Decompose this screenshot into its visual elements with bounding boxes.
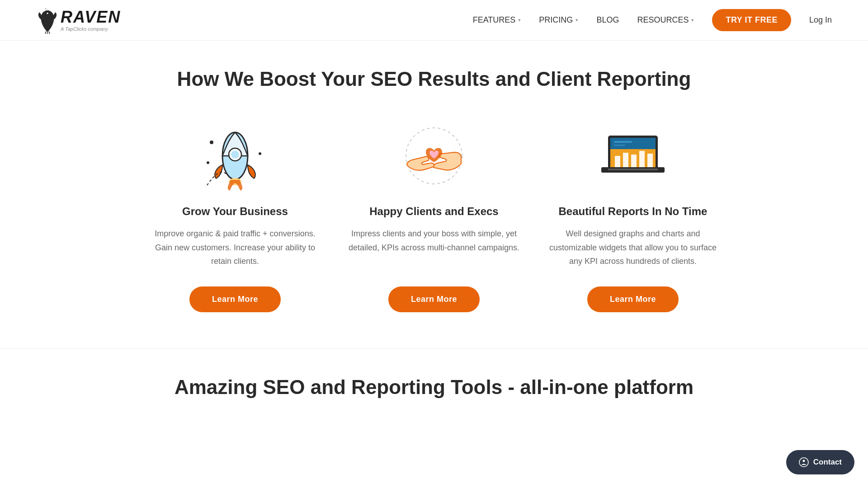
- learn-more-reports-button[interactable]: Learn More: [587, 286, 679, 312]
- pricing-chevron-icon: ▾: [576, 17, 578, 23]
- card-reports-desc: Well designed graphs and charts and cust…: [547, 227, 719, 268]
- card-happy-clients: Happy Clients and Execs Impress clients …: [348, 122, 520, 312]
- svg-rect-19: [610, 138, 656, 149]
- svg-point-24: [802, 460, 805, 462]
- svg-point-7: [207, 161, 209, 164]
- svg-point-3: [231, 150, 239, 159]
- rocket-icon: [194, 122, 276, 194]
- svg-point-6: [259, 152, 261, 155]
- card-happy-title: Happy Clients and Execs: [369, 205, 498, 218]
- cards-row: Grow Your Business Improve organic & pai…: [118, 122, 750, 312]
- nav-resources[interactable]: RESOURCES ▾: [637, 15, 694, 25]
- card-grow-desc: Improve organic & paid traffic + convers…: [149, 227, 321, 268]
- learn-more-grow-button[interactable]: Learn More: [189, 286, 281, 312]
- card-reports-title: Beautiful Reports In No Time: [559, 205, 708, 218]
- card-beautiful-reports: Beautiful Reports In No Time Well design…: [547, 122, 719, 312]
- learn-more-happy-button[interactable]: Learn More: [388, 286, 480, 312]
- nav-features[interactable]: FEATURES ▾: [473, 15, 521, 25]
- svg-rect-13: [615, 156, 620, 167]
- logo-text-group: RAVEN A TapClicks company: [61, 9, 121, 32]
- main-section: How We Boost Your SEO Results and Client…: [0, 41, 868, 348]
- bottom-title: Amazing SEO and Reporting Tools - all-in…: [175, 376, 693, 399]
- logo-area: RAVEN A TapClicks company: [36, 7, 121, 34]
- nav-blog[interactable]: BLOG: [596, 15, 619, 25]
- login-link[interactable]: Log In: [809, 15, 832, 25]
- svg-rect-22: [608, 169, 658, 170]
- header: RAVEN A TapClicks company FEATURES ▾ PRI…: [0, 0, 868, 41]
- contact-icon: [799, 457, 809, 467]
- logo-name: RAVEN: [61, 9, 121, 25]
- card-happy-desc: Impress clients and your boss with simpl…: [348, 227, 520, 268]
- resources-chevron-icon: ▾: [691, 17, 694, 23]
- laptop-chart-icon: [592, 122, 674, 194]
- svg-rect-15: [631, 155, 637, 167]
- raven-logo-icon: [36, 7, 59, 34]
- svg-rect-21: [614, 145, 625, 146]
- main-nav: FEATURES ▾ PRICING ▾ BLOG RESOURCES ▾ TR…: [473, 9, 832, 31]
- svg-point-23: [799, 458, 808, 467]
- contact-button[interactable]: Contact: [786, 450, 854, 474]
- handshake-heart-icon: [393, 122, 475, 194]
- try-free-button[interactable]: TRY IT FREE: [712, 9, 791, 31]
- card-grow-business: Grow Your Business Improve organic & pai…: [149, 122, 321, 312]
- section-title: How We Boost Your SEO Results and Client…: [177, 68, 691, 90]
- svg-rect-16: [639, 151, 645, 167]
- bottom-section: Amazing SEO and Reporting Tools - all-in…: [0, 348, 868, 426]
- card-grow-title: Grow Your Business: [182, 205, 288, 218]
- features-chevron-icon: ▾: [518, 17, 521, 23]
- svg-point-0: [47, 12, 48, 14]
- logo-wrapper: RAVEN A TapClicks company: [36, 7, 121, 34]
- svg-rect-20: [614, 141, 632, 143]
- nav-pricing[interactable]: PRICING ▾: [539, 15, 578, 25]
- logo-subtitle: A TapClicks company: [61, 26, 121, 32]
- svg-point-5: [210, 141, 213, 144]
- svg-rect-14: [623, 153, 628, 167]
- svg-rect-17: [647, 154, 653, 167]
